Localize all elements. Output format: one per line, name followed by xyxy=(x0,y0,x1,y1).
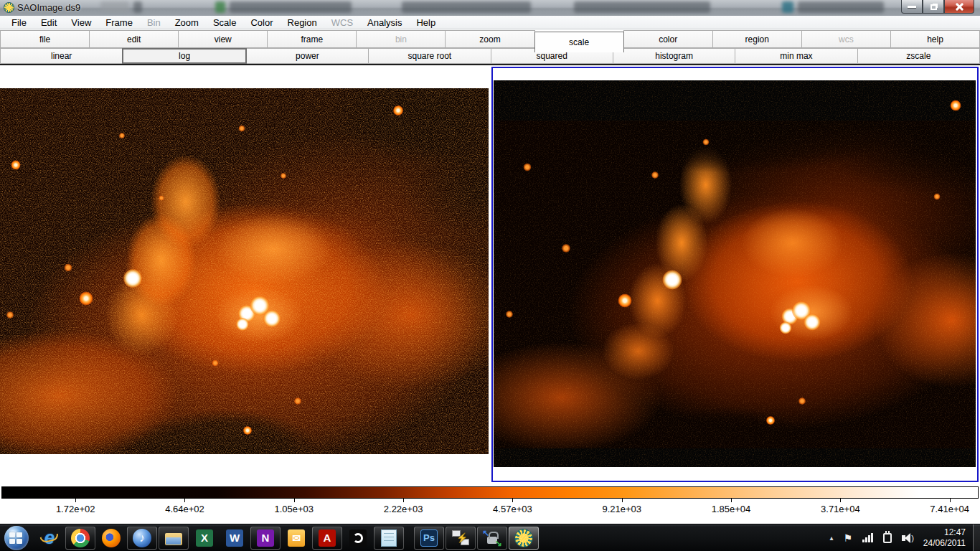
taskbar-item-firefox[interactable] xyxy=(97,527,126,550)
action-center-flag-icon[interactable]: ⚑ xyxy=(844,532,853,544)
star xyxy=(934,193,941,199)
menu-zoom[interactable]: Zoom xyxy=(168,16,206,29)
tray-date: 24/06/2011 xyxy=(923,538,966,549)
windows-logo-icon xyxy=(17,532,22,537)
row1-button-region[interactable]: region xyxy=(712,30,802,48)
taskbar-item-excel[interactable]: X xyxy=(190,527,219,550)
menu-help[interactable]: Help xyxy=(409,16,443,29)
colorbar[interactable] xyxy=(1,486,979,499)
menu-analysis[interactable]: Analysis xyxy=(360,16,409,29)
star xyxy=(662,270,682,289)
row2-button-square-root[interactable]: square root xyxy=(368,48,491,64)
menu-view[interactable]: View xyxy=(64,16,98,29)
tray-clock[interactable]: 12:47 24/06/2011 xyxy=(923,527,966,549)
notes-icon xyxy=(379,528,399,548)
row1-button-scale[interactable]: scale xyxy=(534,32,624,52)
toolbar-row-categories: fileeditviewframebinzoomscalecolorregion… xyxy=(0,30,980,48)
star xyxy=(159,196,164,201)
image-canvas xyxy=(0,67,980,485)
star xyxy=(562,244,570,253)
taskbar-item-windows-explorer[interactable] xyxy=(159,527,189,550)
taskbar-item-ableton-live[interactable] xyxy=(344,527,372,550)
close-button[interactable] xyxy=(944,0,974,14)
word-icon: W xyxy=(225,528,245,548)
row2-button-histogram[interactable]: histogram xyxy=(613,48,735,64)
taskbar-item-word[interactable]: W xyxy=(220,527,249,550)
row2-button-min-max[interactable]: min max xyxy=(735,48,857,64)
taskbar-item-itunes[interactable]: ♪ xyxy=(127,527,157,550)
power-plug-icon[interactable] xyxy=(883,533,892,543)
colorbar-tick-label: 7.41e+04 xyxy=(930,504,969,514)
menu-frame[interactable]: Frame xyxy=(98,16,140,29)
taskbar-item-chrome[interactable] xyxy=(65,527,95,550)
colorbar-area: 1.72e+024.64e+021.05e+032.22e+034.57e+03… xyxy=(0,485,980,524)
colorbar-tick xyxy=(184,499,185,502)
menu-region[interactable]: Region xyxy=(281,16,324,29)
row1-button-zoom[interactable]: zoom xyxy=(445,30,534,48)
taskbar-item-outlook[interactable]: ✉ xyxy=(282,527,311,550)
onenote-icon: N xyxy=(255,528,275,548)
colorbar-tick xyxy=(840,499,841,502)
row1-button-view[interactable]: view xyxy=(178,30,268,48)
star xyxy=(651,171,659,179)
row2-button-linear[interactable]: linear xyxy=(0,48,123,64)
menu-scale[interactable]: Scale xyxy=(206,16,244,29)
row2-button-log[interactable]: log xyxy=(122,48,246,64)
row1-button-color[interactable]: color xyxy=(623,30,713,48)
row2-button-zscale[interactable]: zscale xyxy=(857,48,980,64)
taskbar-item-internet-explorer[interactable]: e xyxy=(35,527,64,550)
taskbar-item-notes[interactable] xyxy=(374,527,404,550)
menu-edit[interactable]: Edit xyxy=(34,16,64,29)
background-window-fragment xyxy=(798,1,884,13)
show-hidden-icons-button[interactable]: ▴ xyxy=(830,534,834,542)
ableton-live-icon xyxy=(348,528,368,548)
row1-button-help[interactable]: help xyxy=(890,30,980,48)
colorbar-tick xyxy=(950,499,951,502)
row1-button-file[interactable]: file xyxy=(0,30,90,48)
minimize-button[interactable] xyxy=(901,0,923,14)
star xyxy=(6,311,14,319)
windows-explorer-icon xyxy=(164,528,184,548)
taskbar-item-ssh-secure-shell[interactable]: ↖↘ xyxy=(477,527,507,550)
row1-button-frame[interactable]: frame xyxy=(267,30,357,48)
taskbar-item-remote-terminal[interactable]: ⚡ xyxy=(446,527,476,550)
star xyxy=(281,173,286,179)
firefox-icon xyxy=(101,528,121,548)
frame-2-image[interactable] xyxy=(494,80,976,467)
row1-button-bin: bin xyxy=(356,30,446,48)
show-desktop-button[interactable] xyxy=(973,524,980,551)
colorbar-tick xyxy=(512,499,513,502)
start-button[interactable] xyxy=(4,526,29,550)
menu-color[interactable]: Color xyxy=(243,16,280,29)
background-window-fragment xyxy=(100,1,129,13)
row2-button-power[interactable]: power xyxy=(246,48,369,64)
tray-time: 12:47 xyxy=(923,527,966,538)
frame-1-image[interactable] xyxy=(0,88,489,454)
menu-file[interactable]: File xyxy=(4,16,34,29)
noise-texture xyxy=(0,88,489,454)
row1-button-edit[interactable]: edit xyxy=(89,30,179,48)
restore-button[interactable] xyxy=(923,0,944,14)
taskbar-item-photoshop[interactable]: Ps xyxy=(414,527,444,550)
colorbar-tick-label: 4.64e+02 xyxy=(165,504,204,514)
star xyxy=(65,263,72,271)
star xyxy=(243,426,252,435)
star xyxy=(11,161,20,170)
star xyxy=(393,105,403,116)
outlook-icon: ✉ xyxy=(286,528,306,548)
menu-wcs: WCS xyxy=(324,16,360,29)
star xyxy=(618,294,632,308)
star xyxy=(212,359,218,366)
taskbar: e♪XWN✉APs⚡↖↘ ▴ ⚑ ) 12:47 24/06/2011 xyxy=(0,524,980,551)
taskbar-item-onenote[interactable]: N xyxy=(250,527,281,550)
noise-texture xyxy=(494,80,976,467)
volume-icon[interactable]: ) xyxy=(902,533,914,543)
excel-icon: X xyxy=(194,528,215,548)
taskbar-item-ds9[interactable] xyxy=(509,527,539,550)
system-tray: ▴ ⚑ ) 12:47 24/06/2011 xyxy=(825,524,980,551)
window-titlebar[interactable]: SAOImage ds9 xyxy=(0,0,980,16)
taskbar-item-adobe-reader[interactable]: A xyxy=(312,527,342,550)
network-signal-icon[interactable] xyxy=(862,533,873,542)
star xyxy=(79,292,93,306)
window-title: SAOImage ds9 xyxy=(17,2,80,13)
